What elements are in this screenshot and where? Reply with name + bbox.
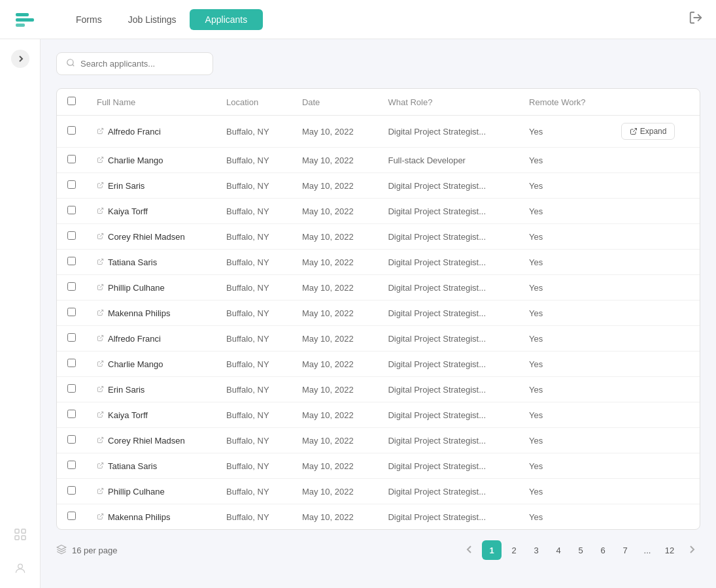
- external-link-icon[interactable]: [97, 436, 104, 445]
- col-header-fullname: Full Name: [86, 89, 216, 116]
- cell-location: Buffalo, NY: [216, 326, 292, 351]
- row-checkbox[interactable]: [67, 126, 76, 135]
- per-page-selector[interactable]: 16 per page: [56, 544, 117, 557]
- external-link-icon[interactable]: [97, 487, 104, 496]
- external-link-icon[interactable]: [97, 233, 104, 241]
- row-checkbox[interactable]: [67, 206, 76, 214]
- external-link-icon[interactable]: [97, 513, 104, 521]
- cell-actions: [611, 402, 700, 428]
- row-checkbox[interactable]: [67, 257, 76, 265]
- page-button-4[interactable]: 4: [549, 540, 568, 560]
- external-link-icon[interactable]: [97, 156, 104, 165]
- logout-icon[interactable]: [689, 10, 703, 28]
- row-checkbox[interactable]: [67, 180, 76, 189]
- row-checkbox[interactable]: [67, 155, 76, 163]
- page-ellipsis: ...: [638, 540, 657, 560]
- cell-date: May 10, 2022: [292, 301, 378, 326]
- external-link-icon[interactable]: [97, 258, 104, 267]
- cell-date: May 10, 2022: [292, 453, 378, 479]
- col-header-remote: Remote Work?: [519, 89, 611, 116]
- cell-name: Charlie Mango: [86, 351, 216, 377]
- user-icon[interactable]: [11, 559, 29, 578]
- applicant-name: Kaiya Torff: [108, 410, 148, 420]
- next-page-button[interactable]: [683, 542, 700, 559]
- row-checkbox[interactable]: [67, 308, 76, 316]
- row-checkbox[interactable]: [67, 486, 76, 495]
- cell-actions: [611, 479, 700, 504]
- cell-remote: Yes: [519, 275, 611, 301]
- pagination-bar: 16 per page 1234567...12: [56, 530, 700, 560]
- row-checkbox[interactable]: [67, 282, 76, 291]
- row-checkbox-cell: [57, 377, 86, 402]
- cell-actions: [611, 301, 700, 326]
- sidebar-toggle-button[interactable]: [11, 50, 29, 68]
- page-button-5[interactable]: 5: [571, 540, 590, 560]
- row-checkbox[interactable]: [67, 333, 76, 342]
- svg-point-9: [67, 59, 73, 65]
- cell-date: May 10, 2022: [292, 116, 378, 148]
- row-checkbox[interactable]: [67, 512, 76, 520]
- table-row: Phillip Culhane Buffalo, NY May 10, 2022…: [57, 479, 700, 504]
- expand-button[interactable]: Expand: [621, 123, 675, 140]
- cell-name: Kaiya Torff: [86, 402, 216, 428]
- page-button-12[interactable]: 12: [660, 540, 679, 560]
- cell-date: May 10, 2022: [292, 504, 378, 530]
- cell-date: May 10, 2022: [292, 250, 378, 275]
- external-link-icon[interactable]: [97, 335, 104, 343]
- applicant-name: Corey Rhiel Madsen: [108, 436, 185, 446]
- table-row: Erin Saris Buffalo, NY May 10, 2022 Digi…: [57, 173, 700, 199]
- cell-remote: Yes: [519, 148, 611, 173]
- cell-name: Erin Saris: [86, 173, 216, 199]
- prev-page-button[interactable]: [461, 542, 478, 559]
- row-checkbox-cell: [57, 479, 86, 504]
- external-link-icon[interactable]: [97, 462, 104, 470]
- nav-forms[interactable]: Forms: [63, 9, 115, 30]
- row-checkbox-cell: [57, 250, 86, 275]
- external-link-icon[interactable]: [97, 182, 104, 190]
- page-button-3[interactable]: 3: [526, 540, 546, 560]
- external-link-icon[interactable]: [97, 127, 104, 136]
- cell-actions: [611, 173, 700, 199]
- row-checkbox[interactable]: [67, 384, 76, 393]
- nav-applicants[interactable]: Applicants: [190, 9, 264, 30]
- external-link-icon[interactable]: [97, 360, 104, 368]
- external-link-icon[interactable]: [97, 207, 104, 216]
- cell-actions: [611, 377, 700, 402]
- row-checkbox-cell: [57, 326, 86, 351]
- table-row: Alfredo Franci Buffalo, NY May 10, 2022 …: [57, 326, 700, 351]
- cell-name: Tatiana Saris: [86, 250, 216, 275]
- external-link-icon[interactable]: [97, 385, 104, 394]
- svg-line-20: [100, 335, 103, 338]
- cell-actions: [611, 199, 700, 224]
- row-checkbox-cell: [57, 199, 86, 224]
- cell-location: Buffalo, NY: [216, 250, 292, 275]
- applicant-name: Erin Saris: [108, 181, 145, 191]
- svg-line-18: [100, 284, 103, 287]
- cell-date: May 10, 2022: [292, 326, 378, 351]
- cell-name: Charlie Mango: [86, 148, 216, 173]
- nav-job-listings[interactable]: Job Listings: [115, 9, 190, 30]
- search-input[interactable]: [80, 59, 203, 69]
- apps-icon[interactable]: [11, 525, 29, 544]
- external-link-icon[interactable]: [97, 284, 104, 292]
- page-button-2[interactable]: 2: [504, 540, 524, 560]
- external-link-icon[interactable]: [97, 309, 104, 318]
- row-checkbox[interactable]: [67, 359, 76, 367]
- external-link-icon[interactable]: [97, 411, 104, 419]
- svg-line-22: [100, 386, 103, 389]
- page-button-1[interactable]: 1: [482, 540, 502, 560]
- page-button-6[interactable]: 6: [593, 540, 613, 560]
- cell-name: Erin Saris: [86, 377, 216, 402]
- cell-date: May 10, 2022: [292, 224, 378, 250]
- main-content: Full Name Location Date What Role? Remot…: [41, 39, 716, 588]
- page-button-7[interactable]: 7: [615, 540, 635, 560]
- row-checkbox[interactable]: [67, 231, 76, 240]
- row-checkbox[interactable]: [67, 435, 76, 444]
- applicant-name: Phillip Culhane: [108, 487, 165, 497]
- svg-point-8: [18, 564, 22, 568]
- row-checkbox[interactable]: [67, 410, 76, 418]
- applicant-name: Erin Saris: [108, 385, 145, 395]
- row-checkbox[interactable]: [67, 461, 76, 469]
- cell-remote: Yes: [519, 301, 611, 326]
- select-all-checkbox[interactable]: [67, 97, 76, 105]
